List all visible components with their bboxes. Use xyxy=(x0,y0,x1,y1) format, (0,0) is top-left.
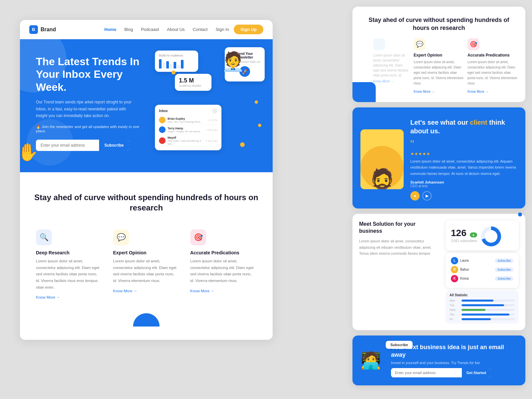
stat-bar-fill-1 xyxy=(462,300,493,302)
analytics-section: Meet Solution for your business Lorem ip… xyxy=(352,214,525,330)
subscriber-btn-2[interactable]: Subscribe xyxy=(495,267,513,272)
right-expert-opinion-card: 💬 Expert Opinion Lorem ipsum dolor sit a… xyxy=(414,38,464,94)
stats-section: Stay ahed of curve without spending hund… xyxy=(20,172,273,340)
research-link[interactable]: Know More → xyxy=(36,295,60,299)
right-opinion-desc: Lorem ipsum dolor sit amet, consectetur … xyxy=(414,60,464,86)
hero-content: The Latest Trends In Your Inbox Every We… xyxy=(36,55,149,151)
hero-section: The Latest Trends In Your Inbox Every We… xyxy=(20,39,273,172)
quote-mark: " xyxy=(410,139,517,149)
predictions-link[interactable]: Know More → xyxy=(190,289,214,293)
navbar: B Brand Home Blog Podcaast About Us Cont… xyxy=(20,20,273,39)
left-panel: B Brand Home Blog Podcaast About Us Cont… xyxy=(20,20,273,340)
analytics-dot xyxy=(518,212,522,216)
right-predictions-link[interactable]: Know More → xyxy=(467,90,488,93)
nav-about[interactable]: About Us xyxy=(167,27,185,32)
stat-bar-track-5 xyxy=(462,318,515,320)
bar2 xyxy=(163,63,165,68)
predictions-desc: Lorem ipsum dolor sit amet, consectetur … xyxy=(190,258,257,284)
signin-link[interactable]: Sign In xyxy=(215,27,229,32)
brand-logo-icon: B xyxy=(29,25,38,34)
partial-card-icon xyxy=(373,38,385,50)
opinion-link[interactable]: Know More → xyxy=(113,289,137,293)
msg-name-2: Terry Hamp xyxy=(168,127,204,130)
stat-bar-fill-2 xyxy=(462,304,504,306)
stats-label: Audience Builder xyxy=(179,84,207,87)
msg-text-1: Hey, Yes I am thinking Next... xyxy=(168,120,205,123)
bar5 xyxy=(174,62,176,68)
right-blue-corner xyxy=(352,82,376,102)
business-section: 🧑‍💻 Subscribe Your next business idea is… xyxy=(352,335,525,386)
stat-bar-label-2: Tue xyxy=(450,304,460,307)
opinion-desc: Lorem ipsum dolor sit amet, consectetur … xyxy=(113,258,180,284)
signup-button[interactable]: Sign Up xyxy=(234,25,263,34)
analytics-title: Meet Solution for your business xyxy=(359,220,439,235)
message-1: Brian Dupley Hey, Yes I am thinking Next… xyxy=(159,115,217,125)
hero-dot-1 xyxy=(172,70,176,74)
business-form: Get Started xyxy=(391,368,491,377)
analytics-donut-inner xyxy=(485,230,497,243)
client-person-icon: 🧔 xyxy=(360,169,404,189)
stat-bar-label-3: Wed xyxy=(450,308,460,312)
msg-time-1: 1.25 PM xyxy=(207,119,217,122)
nav-contact[interactable]: Contact xyxy=(193,27,208,32)
partial-card-text: Lorem ipsum dolor sit amet, consectetur … xyxy=(373,53,410,78)
stats-cards: 🔍 Deep Research Lorem ipsum dolor sit am… xyxy=(33,229,259,300)
audience-card: Build An Audience xyxy=(155,51,198,72)
analytics-stat-label: 3,661 subscribers xyxy=(451,239,477,243)
bottom-shape xyxy=(33,313,259,327)
stat-bar-track-3 xyxy=(462,309,515,311)
hero-dot-3 xyxy=(258,124,261,127)
all-stat-card: All Statistic Mon Tue xyxy=(446,291,519,324)
msg-avatar-3 xyxy=(159,137,166,144)
client-nav-prev[interactable]: ● xyxy=(410,191,420,200)
subscriber-btn-1[interactable]: Subscribe xyxy=(495,258,513,263)
subscriber-item-1: L Laura Subscribe xyxy=(451,257,513,264)
msg-time-3: 3 day ago xyxy=(206,139,217,142)
partial-research-card: Lorem ipsum dolor sit amet, consectetur … xyxy=(373,38,410,94)
business-start-button[interactable]: Get Started xyxy=(462,368,491,377)
subscribe-badge: Subscribe xyxy=(386,341,413,349)
business-content: Subscribe Your next business idea is jus… xyxy=(391,343,517,378)
analytics-text: Meet Solution for your business Lorem ip… xyxy=(359,220,442,257)
business-person: 🧑‍💻 xyxy=(360,351,387,370)
msg-text-3: Hey mate I was wondering if you... xyxy=(168,139,204,145)
client-nav-next[interactable]: ▶ xyxy=(422,191,432,200)
business-email-input[interactable] xyxy=(391,368,462,377)
stat-bar-track-1 xyxy=(462,300,515,302)
hero-join-text: 🔥 Join the newsletter and get all upadat… xyxy=(36,124,149,133)
subscriber-name-2: Bahur xyxy=(460,268,469,271)
stat-card-predictions: 🎯 Accurate Predications Lorem ipsum dolo… xyxy=(190,229,257,300)
subscriber-btn-3[interactable]: Subscribe xyxy=(495,276,513,281)
hero-person-illustration: 🧑‍💼 xyxy=(221,51,245,72)
research-desc: Lorem ipsum dolor sit amet, consectetur … xyxy=(36,258,102,291)
subscriber-name-1: Laura xyxy=(460,259,469,262)
nav-links: Home Blog Podcaast About Us Contact xyxy=(104,27,208,32)
right-predictions-icon: 🎯 xyxy=(467,38,479,50)
analytics-right: 126 ● 3,661 subscribers L Laura Subscrib… xyxy=(446,220,519,324)
nav-podcast[interactable]: Podcaast xyxy=(141,27,159,32)
client-role: CEO at test xyxy=(410,184,517,188)
stat-bar-track-4 xyxy=(462,314,515,316)
subscriber-list-card: L Laura Subscribe B Bahur Subscribe K Ki… xyxy=(446,253,519,288)
stat-bar-label-5: Fri xyxy=(450,318,460,321)
subscriber-item-3: K Kiona Subscribe xyxy=(451,275,513,282)
hero-subscribe-button[interactable]: Subscribe xyxy=(99,140,129,151)
hero-email-input[interactable] xyxy=(36,140,99,151)
right-predictions-title: Accurate Predications xyxy=(467,53,517,58)
analytics-badge: ● xyxy=(470,232,477,237)
right-stay-ahead-section: Stay ahed of curve without spending hund… xyxy=(352,7,525,102)
bar7 xyxy=(181,60,184,68)
bar4 xyxy=(170,64,173,68)
right-opinion-icon: 💬 xyxy=(414,38,426,50)
nav-home[interactable]: Home xyxy=(104,27,116,32)
subscriber-list: L Laura Subscribe B Bahur Subscribe K Ki… xyxy=(451,257,513,282)
nav-blog[interactable]: Blog xyxy=(124,27,133,32)
right-opinion-link[interactable]: Know More → xyxy=(414,90,435,93)
stats-section-title: Stay ahed of curve without spending hund… xyxy=(33,192,259,213)
client-nav: ● ▶ xyxy=(410,191,517,200)
client-quote-content: Let's see what our client think about us… xyxy=(410,118,517,200)
partial-card-link[interactable]: Know More → xyxy=(373,79,410,83)
client-quote-text: Lorem ipsum dolor sit amet, consectetur … xyxy=(410,158,517,177)
stat-bar-row-2: Tue xyxy=(450,304,515,307)
stat-bar-row-5: Fri xyxy=(450,318,515,321)
